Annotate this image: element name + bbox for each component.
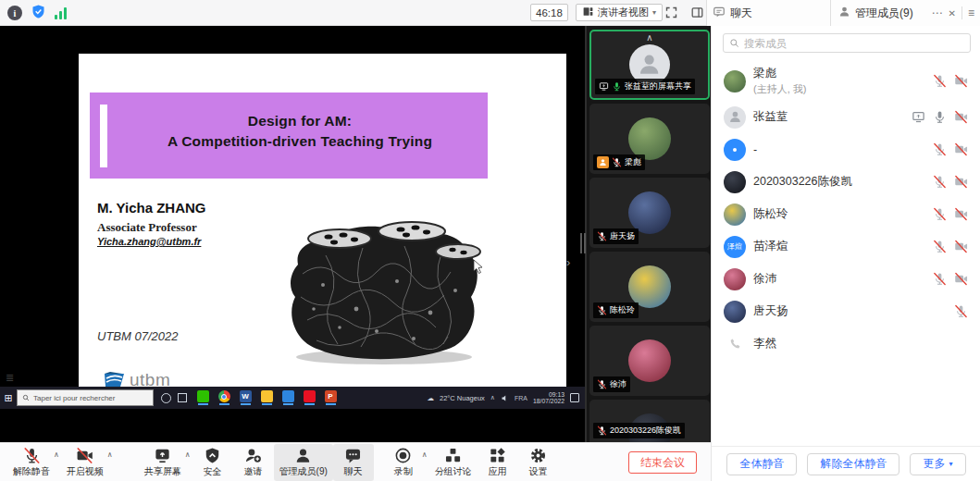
task-view-icon[interactable] [178,393,187,402]
avatar [724,171,746,193]
member-row[interactable]: 李然 [712,327,980,360]
divider [961,6,962,19]
toolbar-label: 安全 [204,465,222,478]
mic-off-icon[interactable] [933,142,947,156]
cortana-icon[interactable] [161,393,171,403]
mic-off-icon[interactable] [933,207,947,221]
member-row[interactable]: 张益荎 [712,101,980,133]
notification-center-icon[interactable] [570,393,579,402]
mic-off-icon[interactable] [933,272,947,286]
slide-author-role: Associate Professor [97,220,197,235]
member-row[interactable]: 2020303226陈俊凯 [712,166,980,198]
chevron-up-icon[interactable]: ∧ [646,32,652,43]
chevron-up-icon[interactable]: ∧ [185,450,191,459]
cam-off-icon[interactable] [954,110,968,124]
member-row[interactable]: 徐沛 [712,263,980,295]
member-search-box[interactable] [723,33,971,53]
chat-button[interactable]: 聊天 [333,444,374,481]
strip-resize-handle[interactable] [580,233,586,253]
word-app-icon[interactable]: W [239,390,252,405]
chevron-up-icon[interactable]: ∧ [54,450,59,459]
acrobat-app-icon[interactable] [303,390,316,405]
mute-all-button[interactable]: 全体静音 [726,453,797,475]
video-tile[interactable]: ⌄2020303226陈俊凯 [589,400,710,442]
share-screen-button[interactable]: 共享屏幕 [139,444,187,481]
member-row[interactable]: 唐天扬 [712,295,980,327]
member-row[interactable]: 陈松玲 [712,198,980,230]
chrome-app-icon[interactable] [217,390,230,405]
member-row[interactable]: 泽煊苗泽煊 [712,230,980,263]
view-mode-button[interactable]: 演讲者视图 ▾ [576,4,663,21]
sidebar-toggle-icon[interactable] [690,6,705,20]
presentation-slide: Design for AM: A Competition-driven Teac… [79,54,566,387]
windows-search-box[interactable]: Taper ici pour rechercher [17,389,154,406]
windows-start-icon[interactable]: ⊞ [0,392,17,404]
toolbar-label: 开启视频 [67,465,104,478]
record-button[interactable]: 录制 [383,444,424,481]
apps-button[interactable]: 应用 [478,444,518,481]
mic-off-icon[interactable] [933,240,947,253]
meeting-window: i 46:18 演讲者视图 ▾ 聊天 管理成员(9) ⋯ ✕ [0,0,980,481]
chat-icon [713,6,726,21]
more-icon[interactable]: ⋯ [932,6,943,19]
meeting-info-icon[interactable]: i [7,6,22,20]
chevron-up-icon[interactable]: ∧ [422,450,428,459]
breakout-button[interactable]: 分组讨论 [429,444,478,481]
cam-off-icon[interactable] [954,175,968,189]
fullscreen-icon[interactable] [664,6,679,20]
cam-off-icon[interactable] [954,207,968,221]
end-meeting-button[interactable]: 结束会议 [628,451,697,474]
participant-name: 梁彪 [625,156,641,168]
taskbar-clock[interactable]: 09:13 18/07/2022 [533,391,564,405]
powerpoint-app-icon[interactable]: P [324,390,337,405]
more-button[interactable]: 更多▾ [910,453,965,475]
cam-off-icon[interactable] [954,272,968,286]
mic-on-icon[interactable] [933,110,947,124]
mic-off-icon[interactable] [954,304,968,318]
speaker-icon[interactable] [501,394,509,402]
host-badge [597,156,609,168]
video-tile[interactable]: 梁彪 [589,104,710,174]
close-icon[interactable]: ✕ [949,8,956,18]
windows-search-placeholder: Taper ici pour rechercher [33,394,115,402]
screen-share-icon[interactable] [912,110,925,124]
member-list: 梁彪(主持人, 我)张益荎-2020303226陈俊凯陈松玲泽煊苗泽煊徐沛唐天扬… [712,61,980,360]
meeting-app-icon[interactable] [281,390,294,405]
cam-off-icon[interactable] [954,240,968,253]
chat-panel-header[interactable]: 聊天 [706,0,830,26]
security-button[interactable]: 安全 [192,444,233,481]
menu-icon[interactable]: ≡ [968,6,974,19]
strip-collapse-chevron-icon[interactable]: › [566,255,570,269]
cam-off-icon[interactable] [954,74,968,88]
member-name: 李然 [753,336,968,352]
cam-off-icon[interactable] [954,142,968,156]
chevron-up-icon[interactable]: ∧ [107,450,113,459]
video-tile[interactable]: ∧张益荎的屏幕共享 [589,30,710,100]
unmute-all-button[interactable]: 解除全体静音 [807,453,899,475]
members-button[interactable]: 管理成员(9) [274,444,333,481]
tile-name-label: 2020303226陈俊凯 [593,423,685,438]
explorer-app-icon[interactable] [260,390,273,405]
invite-button[interactable]: 邀请 [233,444,274,481]
language-indicator[interactable]: FRA [515,395,527,401]
video-tile[interactable]: 陈松玲 [589,252,710,322]
system-tray: ☁ 22°C Nuageux ∧ FRA 09:13 18/07/2022 [427,391,585,405]
video-tile[interactable]: 徐沛 [589,326,710,396]
unmute-button[interactable]: 解除静音 [7,444,56,481]
members-panel-header[interactable]: 管理成员(9) ⋯ ✕ ≡ [830,0,980,26]
wechat-app-icon[interactable] [196,390,209,405]
network-signal-icon[interactable] [55,6,67,19]
meeting-protect-icon[interactable] [31,4,46,23]
mic-off-icon[interactable] [933,175,947,189]
settings-button[interactable]: 设置 [518,444,559,481]
avatar [724,268,746,290]
member-row[interactable]: 梁彪(主持人, 我) [712,61,980,101]
record-icon [394,447,412,464]
tray-chevron-up-icon[interactable]: ∧ [490,394,495,401]
member-search-input[interactable] [744,38,964,49]
mic-off-icon[interactable] [933,74,947,88]
member-row[interactable]: - [712,133,980,166]
avatar [724,333,746,355]
video-tile[interactable]: 唐天扬 [589,178,710,248]
start-video-button[interactable]: 开启视频 [61,444,109,481]
